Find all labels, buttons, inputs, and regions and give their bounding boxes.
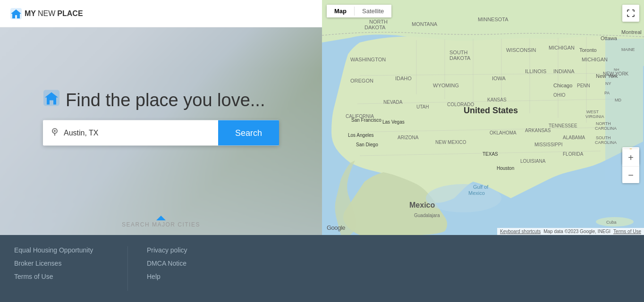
svg-text:PENN: PENN bbox=[577, 83, 590, 88]
header: MYNEWPLACE bbox=[0, 0, 322, 27]
svg-text:Guadalajara: Guadalajara bbox=[414, 213, 440, 218]
svg-text:ALABAMA: ALABAMA bbox=[563, 135, 585, 140]
svg-text:TEXAS: TEXAS bbox=[483, 151, 498, 157]
attribution-terms[interactable]: Terms of Use bbox=[613, 229, 641, 234]
map-fullscreen-button[interactable] bbox=[622, 5, 639, 22]
svg-text:SOUTH: SOUTH bbox=[449, 50, 468, 55]
svg-text:INDIANA: INDIANA bbox=[553, 68, 575, 74]
svg-point-5 bbox=[54, 130, 56, 132]
svg-text:Mexico: Mexico bbox=[468, 190, 485, 196]
svg-text:Montreal: Montreal bbox=[621, 29, 642, 35]
attribution-keyboard[interactable]: Keyboard shortcuts bbox=[500, 229, 541, 234]
svg-text:MICHIGAN: MICHIGAN bbox=[582, 57, 608, 62]
svg-text:Gulf of: Gulf of bbox=[473, 184, 489, 190]
zoom-out-button[interactable]: − bbox=[622, 166, 639, 183]
svg-text:ARKANSAS: ARKANSAS bbox=[525, 128, 551, 133]
svg-text:Ottawa: Ottawa bbox=[601, 35, 618, 41]
svg-text:NORTH: NORTH bbox=[369, 19, 388, 25]
svg-text:SOUTH: SOUTH bbox=[596, 135, 611, 140]
svg-text:KANSAS: KANSAS bbox=[487, 97, 507, 102]
svg-text:Mexico: Mexico bbox=[409, 201, 435, 209]
search-button[interactable]: Search bbox=[218, 120, 279, 146]
chevron-up-icon bbox=[156, 216, 166, 220]
map-svg: NORTH DAKOTA MONTANA MINNESOTA WASHINGTO… bbox=[322, 0, 644, 235]
footer-link-broker[interactable]: Broker Licenses bbox=[14, 260, 109, 267]
map-zoom-controls: + − bbox=[622, 149, 639, 183]
footer-link-terms[interactable]: Terms of Use bbox=[14, 273, 109, 280]
search-input[interactable] bbox=[64, 129, 211, 137]
svg-text:NEW MEXICO: NEW MEXICO bbox=[435, 140, 466, 145]
svg-text:MA: MA bbox=[610, 74, 616, 78]
svg-text:OKLAHOMA: OKLAHOMA bbox=[490, 130, 517, 135]
svg-text:Chicago: Chicago bbox=[553, 83, 572, 88]
map-google-logo: Google bbox=[327, 224, 345, 231]
map-container[interactable]: NORTH DAKOTA MONTANA MINNESOTA WASHINGTO… bbox=[322, 0, 644, 235]
svg-text:Los Angeles: Los Angeles bbox=[348, 133, 374, 138]
svg-text:CAROLINA: CAROLINA bbox=[595, 126, 617, 131]
svg-text:VIRGINIA: VIRGINIA bbox=[585, 114, 604, 119]
svg-text:MD: MD bbox=[615, 98, 621, 102]
footer-link-dmca[interactable]: DMCA Notice bbox=[147, 260, 241, 267]
hero-house-icon bbox=[43, 90, 60, 111]
svg-text:COLORADO: COLORADO bbox=[447, 102, 474, 107]
logo-new-text: NEW bbox=[38, 9, 55, 18]
logo-place-text: PLACE bbox=[57, 9, 83, 18]
hero-content: Find the place you love... Search bbox=[43, 90, 279, 146]
svg-text:UTAH: UTAH bbox=[416, 104, 429, 109]
map-type-map-button[interactable]: Map bbox=[327, 5, 354, 17]
svg-text:Toronto: Toronto bbox=[579, 47, 597, 53]
svg-text:PA: PA bbox=[604, 91, 610, 95]
svg-text:MICHIGAN: MICHIGAN bbox=[549, 45, 575, 50]
footer-link-privacy[interactable]: Privacy policy bbox=[147, 246, 241, 254]
search-bar: Search bbox=[43, 120, 279, 146]
svg-text:LOUISIANA: LOUISIANA bbox=[520, 159, 546, 164]
footer-divider bbox=[127, 246, 128, 291]
svg-text:United States: United States bbox=[464, 106, 518, 115]
svg-text:WEST: WEST bbox=[586, 109, 599, 114]
svg-text:MONTANA: MONTANA bbox=[412, 21, 438, 27]
map-panel: NORTH DAKOTA MONTANA MINNESOTA WASHINGTO… bbox=[322, 0, 644, 235]
svg-text:San Francisco: San Francisco bbox=[351, 117, 381, 123]
svg-text:Las Vegas: Las Vegas bbox=[382, 119, 405, 125]
svg-text:DAKOTA: DAKOTA bbox=[364, 25, 386, 30]
zoom-in-button[interactable]: + bbox=[622, 149, 639, 166]
svg-text:NEVADA: NEVADA bbox=[383, 100, 403, 105]
map-type-satellite-button[interactable]: Satellite bbox=[355, 5, 391, 17]
svg-text:MAINE: MAINE bbox=[621, 47, 635, 52]
svg-text:WISCONSIN: WISCONSIN bbox=[506, 47, 536, 53]
logo-icon bbox=[9, 7, 23, 20]
svg-text:DAKOTA: DAKOTA bbox=[449, 55, 471, 61]
svg-text:NY: NY bbox=[605, 81, 611, 86]
footer-link-help[interactable]: Help bbox=[147, 273, 241, 280]
search-location-wrapper bbox=[43, 120, 218, 146]
google-logo-text: Google bbox=[327, 224, 345, 231]
svg-text:FLORIDA: FLORIDA bbox=[563, 151, 584, 157]
svg-text:WASHINGTON: WASHINGTON bbox=[350, 57, 386, 62]
svg-text:OHIO: OHIO bbox=[553, 92, 566, 98]
svg-text:ILLINOIS: ILLINOIS bbox=[525, 68, 546, 74]
footer-col-right: Privacy policy DMCA Notice Help bbox=[147, 246, 241, 291]
logo-my-text: MY bbox=[25, 9, 36, 18]
svg-text:NORTH: NORTH bbox=[596, 121, 611, 126]
svg-text:NH: NH bbox=[614, 67, 619, 72]
svg-text:San Diego: San Diego bbox=[356, 142, 378, 147]
hero-panel: Find the place you love... Search SEARCH… bbox=[0, 0, 322, 235]
svg-text:Houston: Houston bbox=[497, 166, 514, 171]
fullscreen-icon bbox=[627, 9, 635, 17]
map-type-controls: Map Satellite bbox=[327, 5, 391, 17]
search-cities-section[interactable]: SEARCH MAJOR CITIES bbox=[0, 209, 322, 235]
svg-text:IOWA: IOWA bbox=[492, 76, 506, 81]
map-attribution: Keyboard shortcuts Map data ©2023 Google… bbox=[497, 228, 644, 235]
footer-link-equal-housing[interactable]: Equal Housing Opportunity bbox=[14, 246, 109, 254]
footer-col-left: Equal Housing Opportunity Broker License… bbox=[14, 246, 109, 291]
svg-text:WYOMING: WYOMING bbox=[433, 83, 459, 88]
location-icon bbox=[51, 127, 59, 138]
logo[interactable]: MYNEWPLACE bbox=[9, 7, 83, 20]
svg-point-39 bbox=[426, 184, 501, 212]
svg-text:Cuba: Cuba bbox=[606, 220, 617, 225]
hero-title: Find the place you love... bbox=[43, 90, 279, 111]
hero-title-text: Find the place you love... bbox=[66, 90, 265, 110]
svg-text:ARIZONA: ARIZONA bbox=[398, 135, 419, 140]
svg-text:TENNESSEE: TENNESSEE bbox=[549, 123, 577, 128]
search-cities-label: SEARCH MAJOR CITIES bbox=[122, 221, 200, 228]
